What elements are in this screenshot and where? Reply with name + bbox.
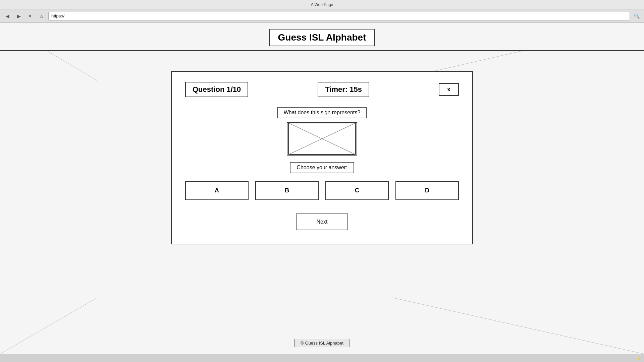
svg-line-1 bbox=[0, 298, 97, 354]
page-content: Guess ISL Alphabet Question 1/10 Timer: … bbox=[0, 23, 644, 354]
timer-label: Timer: 15s bbox=[318, 82, 369, 97]
page-header: Guess ISL Alphabet bbox=[0, 23, 644, 51]
sign-image bbox=[287, 122, 357, 156]
svg-line-3 bbox=[392, 298, 644, 354]
footer-text: © Guess ISL Alphabet bbox=[294, 339, 350, 347]
answer-options: A B C D bbox=[185, 181, 459, 200]
browser-toolbar: ◀ ▶ ✕ ⌂ 🔍 bbox=[0, 9, 644, 23]
question-label: Question 1/10 bbox=[185, 82, 248, 97]
page-footer: © Guess ISL Alphabet bbox=[294, 339, 350, 347]
close-nav-button[interactable]: ✕ bbox=[25, 11, 35, 21]
next-button[interactable]: Next bbox=[296, 214, 348, 230]
status-indicator: ⚡ bbox=[637, 356, 641, 360]
browser-titlebar: A Web Page bbox=[0, 0, 644, 9]
address-bar[interactable] bbox=[48, 12, 630, 20]
choose-answer-label: Choose your answer: bbox=[290, 162, 354, 173]
quiz-header: Question 1/10 Timer: 15s x bbox=[185, 82, 459, 97]
answer-d-button[interactable]: D bbox=[395, 181, 459, 200]
browser-title: A Web Page bbox=[311, 2, 333, 7]
back-button[interactable]: ◀ bbox=[3, 11, 12, 21]
forward-button[interactable]: ▶ bbox=[14, 11, 23, 21]
answer-c-button[interactable]: C bbox=[325, 181, 389, 200]
close-quiz-button[interactable]: x bbox=[439, 83, 459, 96]
page-title: Guess ISL Alphabet bbox=[269, 29, 375, 46]
answer-b-button[interactable]: B bbox=[255, 181, 319, 200]
question-text: What does this sign represents? bbox=[277, 107, 367, 118]
quiz-card: Question 1/10 Timer: 15s x What does thi… bbox=[171, 71, 473, 244]
status-bar: ⚡ bbox=[0, 354, 644, 362]
answer-a-button[interactable]: A bbox=[185, 181, 249, 200]
search-button[interactable]: 🔍 bbox=[632, 11, 641, 21]
home-button[interactable]: ⌂ bbox=[37, 11, 46, 21]
